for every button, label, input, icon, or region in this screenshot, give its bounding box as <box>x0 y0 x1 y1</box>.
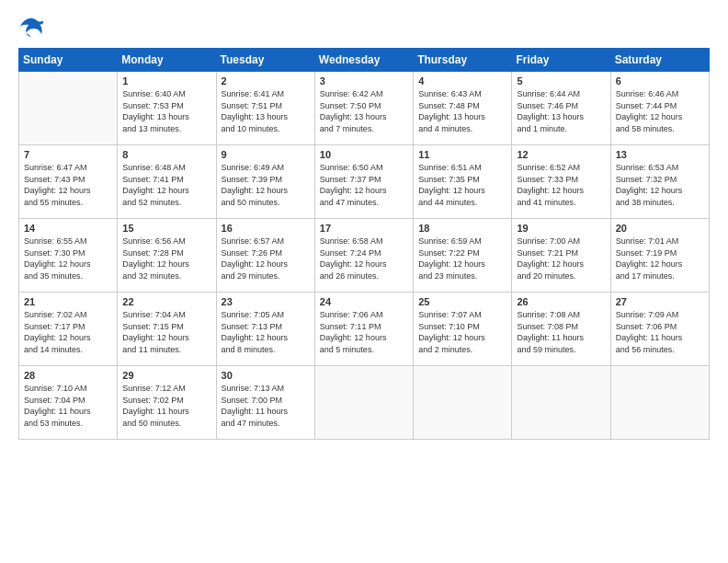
day-info: Sunrise: 7:09 AM Sunset: 7:06 PM Dayligh… <box>616 309 704 355</box>
day-info: Sunrise: 7:13 AM Sunset: 7:00 PM Dayligh… <box>222 383 310 429</box>
calendar-weekday-wednesday: Wednesday <box>314 49 413 72</box>
calendar-cell: 9Sunrise: 6:49 AM Sunset: 7:39 PM Daylig… <box>216 145 314 219</box>
day-number: 26 <box>517 296 605 307</box>
day-info: Sunrise: 6:53 AM Sunset: 7:32 PM Dayligh… <box>616 162 704 208</box>
calendar-cell: 25Sunrise: 7:07 AM Sunset: 7:10 PM Dayli… <box>414 293 512 366</box>
calendar-cell: 30Sunrise: 7:13 AM Sunset: 7:00 PM Dayli… <box>216 366 314 440</box>
day-number: 12 <box>517 149 605 160</box>
calendar-weekday-thursday: Thursday <box>414 49 512 72</box>
day-number: 6 <box>616 75 704 86</box>
calendar-cell: 29Sunrise: 7:12 AM Sunset: 7:02 PM Dayli… <box>118 366 216 440</box>
calendar-week-row: 21Sunrise: 7:02 AM Sunset: 7:17 PM Dayli… <box>19 293 710 366</box>
day-info: Sunrise: 6:42 AM Sunset: 7:50 PM Dayligh… <box>320 88 408 134</box>
calendar-cell <box>414 366 512 440</box>
day-number: 19 <box>517 223 605 234</box>
calendar-cell <box>19 72 118 145</box>
day-info: Sunrise: 7:06 AM Sunset: 7:11 PM Dayligh… <box>320 309 408 355</box>
calendar-cell: 26Sunrise: 7:08 AM Sunset: 7:08 PM Dayli… <box>512 293 610 366</box>
day-info: Sunrise: 6:59 AM Sunset: 7:22 PM Dayligh… <box>418 236 506 282</box>
calendar-cell <box>314 366 413 440</box>
day-number: 3 <box>320 75 408 86</box>
day-number: 22 <box>122 296 210 307</box>
calendar-cell: 1Sunrise: 6:40 AM Sunset: 7:53 PM Daylig… <box>118 72 216 145</box>
calendar-cell: 5Sunrise: 6:44 AM Sunset: 7:46 PM Daylig… <box>512 72 610 145</box>
calendar-weekday-friday: Friday <box>512 49 610 72</box>
day-info: Sunrise: 6:52 AM Sunset: 7:33 PM Dayligh… <box>517 162 605 208</box>
day-info: Sunrise: 7:01 AM Sunset: 7:19 PM Dayligh… <box>616 236 704 282</box>
day-number: 15 <box>122 223 210 234</box>
day-info: Sunrise: 6:41 AM Sunset: 7:51 PM Dayligh… <box>222 88 310 134</box>
day-number: 4 <box>418 75 506 86</box>
logo-bird-icon <box>18 17 44 39</box>
calendar-cell <box>610 366 709 440</box>
day-number: 21 <box>24 296 112 307</box>
calendar-cell: 17Sunrise: 6:58 AM Sunset: 7:24 PM Dayli… <box>314 219 413 293</box>
calendar-weekday-saturday: Saturday <box>610 49 709 72</box>
day-info: Sunrise: 6:46 AM Sunset: 7:44 PM Dayligh… <box>616 88 704 134</box>
calendar-cell: 16Sunrise: 6:57 AM Sunset: 7:26 PM Dayli… <box>216 219 314 293</box>
day-number: 11 <box>418 149 506 160</box>
day-info: Sunrise: 6:56 AM Sunset: 7:28 PM Dayligh… <box>122 236 210 282</box>
calendar-cell: 13Sunrise: 6:53 AM Sunset: 7:32 PM Dayli… <box>610 145 709 219</box>
calendar-cell: 11Sunrise: 6:51 AM Sunset: 7:35 PM Dayli… <box>414 145 512 219</box>
day-number: 23 <box>222 296 310 307</box>
calendar-cell: 24Sunrise: 7:06 AM Sunset: 7:11 PM Dayli… <box>314 293 413 366</box>
day-number: 17 <box>320 223 408 234</box>
calendar-cell: 21Sunrise: 7:02 AM Sunset: 7:17 PM Dayli… <box>19 293 118 366</box>
day-number: 14 <box>24 223 112 234</box>
day-info: Sunrise: 7:08 AM Sunset: 7:08 PM Dayligh… <box>517 309 605 355</box>
calendar-header-row: SundayMondayTuesdayWednesdayThursdayFrid… <box>19 49 710 72</box>
calendar-cell: 18Sunrise: 6:59 AM Sunset: 7:22 PM Dayli… <box>414 219 512 293</box>
day-info: Sunrise: 6:58 AM Sunset: 7:24 PM Dayligh… <box>320 236 408 282</box>
calendar-weekday-monday: Monday <box>118 49 216 72</box>
day-info: Sunrise: 6:50 AM Sunset: 7:37 PM Dayligh… <box>320 162 408 208</box>
calendar-cell: 4Sunrise: 6:43 AM Sunset: 7:48 PM Daylig… <box>414 72 512 145</box>
calendar-cell: 15Sunrise: 6:56 AM Sunset: 7:28 PM Dayli… <box>118 219 216 293</box>
calendar-cell: 12Sunrise: 6:52 AM Sunset: 7:33 PM Dayli… <box>512 145 610 219</box>
calendar-cell: 28Sunrise: 7:10 AM Sunset: 7:04 PM Dayli… <box>19 366 118 440</box>
day-number: 24 <box>320 296 408 307</box>
day-info: Sunrise: 7:00 AM Sunset: 7:21 PM Dayligh… <box>517 236 605 282</box>
day-info: Sunrise: 7:12 AM Sunset: 7:02 PM Dayligh… <box>122 383 210 429</box>
calendar-cell: 6Sunrise: 6:46 AM Sunset: 7:44 PM Daylig… <box>610 72 709 145</box>
day-number: 1 <box>122 75 210 86</box>
day-number: 20 <box>616 223 704 234</box>
calendar-cell: 19Sunrise: 7:00 AM Sunset: 7:21 PM Dayli… <box>512 219 610 293</box>
day-number: 30 <box>222 370 310 381</box>
day-info: Sunrise: 6:44 AM Sunset: 7:46 PM Dayligh… <box>517 88 605 134</box>
day-number: 13 <box>616 149 704 160</box>
day-info: Sunrise: 7:02 AM Sunset: 7:17 PM Dayligh… <box>24 309 112 355</box>
calendar-week-row: 7Sunrise: 6:47 AM Sunset: 7:43 PM Daylig… <box>19 145 710 219</box>
calendar-cell: 23Sunrise: 7:05 AM Sunset: 7:13 PM Dayli… <box>216 293 314 366</box>
day-info: Sunrise: 7:04 AM Sunset: 7:15 PM Dayligh… <box>122 309 210 355</box>
day-number: 10 <box>320 149 408 160</box>
day-info: Sunrise: 6:43 AM Sunset: 7:48 PM Dayligh… <box>418 88 506 134</box>
calendar-weekday-tuesday: Tuesday <box>216 49 314 72</box>
day-number: 16 <box>222 223 310 234</box>
day-number: 27 <box>616 296 704 307</box>
page-header <box>18 17 710 39</box>
day-number: 8 <box>122 149 210 160</box>
logo <box>18 17 48 39</box>
calendar-week-row: 28Sunrise: 7:10 AM Sunset: 7:04 PM Dayli… <box>19 366 710 440</box>
day-info: Sunrise: 6:40 AM Sunset: 7:53 PM Dayligh… <box>122 88 210 134</box>
day-number: 25 <box>418 296 506 307</box>
day-info: Sunrise: 6:47 AM Sunset: 7:43 PM Dayligh… <box>24 162 112 208</box>
calendar-cell: 3Sunrise: 6:42 AM Sunset: 7:50 PM Daylig… <box>314 72 413 145</box>
calendar-cell: 20Sunrise: 7:01 AM Sunset: 7:19 PM Dayli… <box>610 219 709 293</box>
day-number: 2 <box>222 75 310 86</box>
day-number: 18 <box>418 223 506 234</box>
day-number: 9 <box>222 149 310 160</box>
day-number: 5 <box>517 75 605 86</box>
day-info: Sunrise: 7:10 AM Sunset: 7:04 PM Dayligh… <box>24 383 112 429</box>
calendar-cell: 7Sunrise: 6:47 AM Sunset: 7:43 PM Daylig… <box>19 145 118 219</box>
day-info: Sunrise: 6:48 AM Sunset: 7:41 PM Dayligh… <box>122 162 210 208</box>
day-number: 29 <box>122 370 210 381</box>
calendar-cell: 27Sunrise: 7:09 AM Sunset: 7:06 PM Dayli… <box>610 293 709 366</box>
day-number: 7 <box>24 149 112 160</box>
calendar-cell: 14Sunrise: 6:55 AM Sunset: 7:30 PM Dayli… <box>19 219 118 293</box>
calendar-week-row: 14Sunrise: 6:55 AM Sunset: 7:30 PM Dayli… <box>19 219 710 293</box>
day-info: Sunrise: 6:49 AM Sunset: 7:39 PM Dayligh… <box>222 162 310 208</box>
calendar-cell: 8Sunrise: 6:48 AM Sunset: 7:41 PM Daylig… <box>118 145 216 219</box>
day-info: Sunrise: 7:05 AM Sunset: 7:13 PM Dayligh… <box>222 309 310 355</box>
